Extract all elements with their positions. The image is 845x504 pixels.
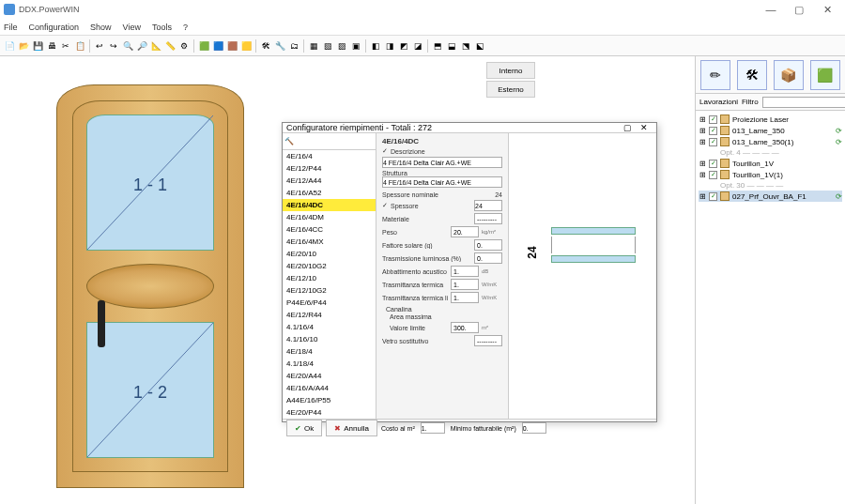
tree-checkbox[interactable]: ✓ bbox=[709, 138, 717, 146]
toolbar-button-35[interactable]: ⬓ bbox=[445, 39, 458, 53]
descrizione-field[interactable] bbox=[382, 157, 502, 168]
fattore-solare-field[interactable] bbox=[474, 239, 502, 251]
peso-field[interactable] bbox=[451, 226, 479, 237]
fill-list-row[interactable]: 4.1/18/4 bbox=[283, 358, 376, 370]
minimize-button[interactable]: — bbox=[757, 4, 785, 15]
toolbar-button-4[interactable]: ✂ bbox=[59, 39, 72, 53]
toolbar-button-26[interactable]: ▨ bbox=[335, 39, 348, 53]
toolbar-button-34[interactable]: ⬒ bbox=[431, 39, 444, 53]
toolbar-button-16[interactable]: 🟦 bbox=[211, 39, 224, 53]
fill-list-row[interactable]: 4E/16/4DC bbox=[283, 199, 376, 211]
toolbar-button-10[interactable]: 🔎 bbox=[135, 39, 148, 53]
fill-list-row[interactable]: 4E/20/10 bbox=[283, 248, 376, 260]
tree-node[interactable]: Opt. 4 — — — — bbox=[699, 147, 842, 158]
fill-list-row[interactable]: 4E/20/P44 bbox=[283, 406, 376, 419]
toolbar-button-32[interactable]: ◪ bbox=[411, 39, 424, 53]
tree-node[interactable]: Opt. 30 — — — — bbox=[699, 180, 842, 191]
toolbar-button-11[interactable]: 📐 bbox=[149, 39, 162, 53]
fill-list-row[interactable]: 4.1/16/4 bbox=[283, 321, 376, 333]
door-pane-2[interactable]: 1 - 2 bbox=[86, 322, 214, 458]
menu-show[interactable]: Show bbox=[90, 23, 112, 32]
fill-list-row[interactable]: 4E/16/A/A44 bbox=[283, 382, 376, 394]
toolbar-button-31[interactable]: ◩ bbox=[397, 39, 410, 53]
toolbar-button-12[interactable]: 📏 bbox=[163, 39, 177, 53]
expand-icon[interactable]: ⊞ bbox=[699, 192, 706, 201]
expand-icon[interactable]: ⊞ bbox=[699, 171, 706, 179]
operations-tree[interactable]: ⊞✓Proiezione Laser⊞✓013_Lame_350⟳⊞✓013_L… bbox=[696, 111, 845, 504]
vetro-sost-field[interactable] bbox=[474, 335, 502, 346]
canvas[interactable]: Interno Esterno 1 - 1 1 - 2 Configurator… bbox=[0, 56, 695, 504]
menu-file[interactable]: File bbox=[4, 23, 18, 32]
tree-node[interactable]: ⊞✓Tourillon_1V(1) bbox=[699, 169, 842, 180]
thumb-tool-4[interactable]: 🟩 bbox=[810, 60, 840, 90]
toolbar-button-8[interactable]: ↪ bbox=[107, 39, 120, 53]
fill-list-row[interactable]: 4E/12/R44 bbox=[283, 309, 376, 321]
fill-list-row[interactable]: 4E/16/4 bbox=[283, 150, 376, 162]
descrizione-checkbox[interactable]: ✓ bbox=[382, 147, 388, 155]
thumb-tool-1[interactable]: ✏ bbox=[700, 60, 730, 90]
fill-list-row[interactable]: 4E/16/4CC bbox=[283, 223, 376, 236]
maximize-button[interactable]: ▢ bbox=[785, 4, 813, 16]
fill-list-row[interactable]: 4E/16/A52 bbox=[283, 187, 376, 199]
cancel-button[interactable]: ✖Annulla bbox=[326, 420, 377, 436]
toolbar-button-20[interactable]: 🛠 bbox=[259, 39, 272, 53]
toolbar-button-1[interactable]: 📂 bbox=[17, 39, 30, 53]
expand-icon[interactable]: ⊞ bbox=[699, 127, 706, 135]
list-tool-icon[interactable]: 🔨 bbox=[284, 137, 294, 145]
trasm-term-field[interactable] bbox=[451, 279, 479, 290]
toolbar-button-9[interactable]: 🔍 bbox=[121, 39, 134, 53]
menu-help[interactable]: ? bbox=[183, 23, 188, 32]
trasm-term-lin-field[interactable] bbox=[451, 292, 479, 303]
toolbar-button-24[interactable]: ▦ bbox=[307, 39, 320, 53]
costo-field[interactable] bbox=[421, 422, 445, 434]
menu-configuration[interactable]: Configuration bbox=[29, 23, 80, 32]
spessore-field[interactable] bbox=[474, 200, 502, 211]
toolbar-button-29[interactable]: ◧ bbox=[369, 39, 382, 53]
door-model[interactable]: 1 - 1 1 - 2 bbox=[56, 84, 244, 488]
fill-list-row[interactable]: P44E/6/P44 bbox=[283, 297, 376, 309]
tree-checkbox[interactable]: ✓ bbox=[709, 192, 717, 201]
menu-tools[interactable]: Tools bbox=[152, 23, 172, 32]
toolbar-button-15[interactable]: 🟩 bbox=[197, 39, 210, 53]
trasm-lum-field[interactable] bbox=[474, 252, 502, 264]
toolbar-button-5[interactable]: 📋 bbox=[73, 39, 86, 53]
toolbar-button-18[interactable]: 🟨 bbox=[239, 39, 253, 53]
refresh-icon[interactable]: ⟳ bbox=[836, 192, 842, 201]
fill-list-row[interactable]: 4E/12/10G2 bbox=[283, 284, 376, 297]
valore-limite-field[interactable] bbox=[451, 322, 479, 333]
tree-checkbox[interactable]: ✓ bbox=[709, 160, 717, 168]
close-button[interactable]: ✕ bbox=[813, 4, 841, 16]
fill-list-row[interactable]: 4.1/16/10 bbox=[283, 333, 376, 345]
toolbar-button-27[interactable]: ▣ bbox=[349, 39, 362, 53]
fill-list-row[interactable]: 4E/20/A44 bbox=[283, 370, 376, 382]
minimo-field[interactable] bbox=[522, 422, 546, 434]
toolbar-button-7[interactable]: ↩ bbox=[93, 39, 106, 53]
expand-icon[interactable]: ⊞ bbox=[699, 160, 706, 168]
filter-input[interactable] bbox=[762, 97, 845, 108]
tree-checkbox[interactable]: ✓ bbox=[709, 171, 717, 179]
tree-checkbox[interactable]: ✓ bbox=[709, 127, 717, 135]
dialog-maximize-button[interactable]: ▢ bbox=[619, 123, 636, 132]
toolbar-button-21[interactable]: 🔧 bbox=[273, 39, 286, 53]
door-pane-1[interactable]: 1 - 1 bbox=[86, 115, 214, 251]
fill-list-row[interactable]: 4E/12/A44 bbox=[283, 175, 376, 187]
fill-list-row[interactable]: 4E/12/P44 bbox=[283, 162, 376, 175]
fill-list-row[interactable]: 4E/18/4 bbox=[283, 345, 376, 358]
dialog-close-button[interactable]: ✕ bbox=[636, 123, 653, 132]
ok-button[interactable]: ✔Ok bbox=[286, 420, 322, 436]
materiale-field[interactable] bbox=[474, 213, 502, 224]
toolbar-button-22[interactable]: 🗂 bbox=[287, 39, 300, 53]
tree-node[interactable]: ⊞✓Proiezione Laser bbox=[699, 114, 842, 125]
refresh-icon[interactable]: ⟳ bbox=[836, 138, 842, 146]
toolbar-button-0[interactable]: 📄 bbox=[3, 39, 16, 53]
toolbar-button-36[interactable]: ⬔ bbox=[459, 39, 472, 53]
thumb-tool-2[interactable]: 🛠 bbox=[737, 60, 767, 90]
refresh-icon[interactable]: ⟳ bbox=[836, 127, 842, 135]
tree-node[interactable]: ⊞✓013_Lame_350⟳ bbox=[699, 125, 842, 136]
thumb-tool-3[interactable]: 📦 bbox=[774, 60, 804, 90]
struttura-field[interactable] bbox=[382, 176, 502, 188]
tree-checkbox[interactable]: ✓ bbox=[709, 115, 717, 124]
toolbar-button-2[interactable]: 💾 bbox=[31, 39, 44, 53]
fill-list-row[interactable]: A44E/16/P55 bbox=[283, 394, 376, 406]
expand-icon[interactable]: ⊞ bbox=[699, 138, 706, 146]
